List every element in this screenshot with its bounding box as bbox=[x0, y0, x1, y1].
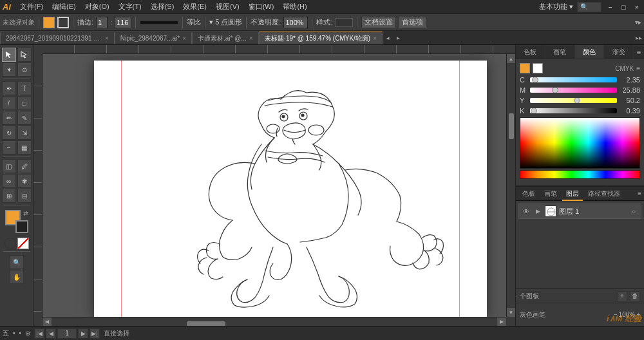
line-tool[interactable]: / bbox=[2, 96, 16, 110]
panel-expand-btn[interactable]: ≡ bbox=[634, 45, 644, 59]
color-spectrum[interactable] bbox=[520, 117, 640, 169]
tab-2[interactable]: Nipic_29842067...ai* × bbox=[115, 32, 192, 44]
color-swap-icon[interactable]: ⇄ bbox=[23, 210, 28, 216]
bg-color-swatch[interactable] bbox=[533, 63, 543, 73]
tab-brushes[interactable]: 画笔 bbox=[545, 45, 575, 59]
fill-swatch[interactable] bbox=[43, 17, 55, 28]
panel-menu-btn[interactable]: ≡ bbox=[636, 65, 640, 72]
m-slider-track[interactable] bbox=[530, 88, 617, 93]
direct-select-tool[interactable] bbox=[17, 48, 32, 62]
rect-tool[interactable]: □ bbox=[17, 96, 32, 110]
scale-tool[interactable]: ⇲ bbox=[17, 126, 32, 140]
zoom-tool[interactable]: 🔍 bbox=[10, 255, 24, 269]
magic-wand-tool[interactable]: ✦ bbox=[2, 62, 16, 77]
tab-3-close[interactable]: × bbox=[249, 35, 253, 42]
scroll-right-btn[interactable]: ▶ bbox=[497, 317, 506, 326]
zoom-minus[interactable]: − bbox=[614, 311, 618, 318]
color-mode-none[interactable] bbox=[17, 238, 29, 249]
canvas-scroll-horizontal[interactable]: ◀ ▶ bbox=[43, 317, 506, 326]
tab-layers[interactable]: 图层 bbox=[562, 187, 583, 201]
k-slider-thumb[interactable] bbox=[531, 108, 537, 113]
workspace-label[interactable]: 基本功能 ▾ bbox=[539, 2, 573, 12]
menu-edit[interactable]: 编辑(E) bbox=[48, 1, 80, 13]
hand-tool[interactable]: ✋ bbox=[10, 270, 24, 284]
tab-1[interactable]: 29842067_201909010221391 1000.ai* × bbox=[0, 32, 115, 44]
layer-visibility-eye[interactable]: 👁 bbox=[522, 207, 531, 216]
tab-palette[interactable]: 色板 bbox=[518, 187, 539, 201]
blend-tool[interactable]: ∞ bbox=[2, 174, 16, 188]
tab-1-close[interactable]: × bbox=[105, 35, 109, 42]
scroll-up-btn[interactable]: ▲ bbox=[507, 54, 516, 63]
select-tool[interactable] bbox=[2, 48, 16, 62]
delete-layer-btn[interactable]: 🗑 bbox=[630, 291, 640, 301]
background-color[interactable] bbox=[15, 220, 28, 233]
tab-4[interactable]: 未标题-19* @ 159.47% (CMYK/轮廓) × bbox=[259, 32, 383, 44]
tab-scroll-right[interactable]: ▸ bbox=[393, 32, 403, 44]
nav-next-btn[interactable]: ▶ bbox=[78, 328, 88, 339]
artboard-tool[interactable]: ⊞ bbox=[2, 189, 16, 203]
stroke-swatch[interactable] bbox=[57, 17, 69, 28]
y-slider-track[interactable] bbox=[530, 98, 617, 103]
menu-object[interactable]: 对象(O) bbox=[81, 1, 113, 13]
tab-color[interactable]: 颜色 bbox=[575, 45, 605, 59]
m-slider-thumb[interactable] bbox=[552, 88, 558, 93]
close-button[interactable]: × bbox=[632, 3, 641, 11]
menu-file[interactable]: 文件(F) bbox=[16, 1, 47, 13]
layer-expand-arrow[interactable]: ▶ bbox=[533, 207, 542, 216]
pencil-tool[interactable]: ✎ bbox=[17, 111, 32, 125]
scroll-thumb-v[interactable] bbox=[509, 113, 514, 139]
nav-prev-btn[interactable]: ◀ bbox=[46, 328, 56, 339]
stroke-input[interactable] bbox=[96, 17, 108, 28]
opacity-input[interactable] bbox=[283, 17, 308, 28]
tab-4-close[interactable]: × bbox=[373, 35, 377, 42]
rotate-tool[interactable]: ↻ bbox=[2, 126, 16, 140]
warp-tool[interactable]: ~ bbox=[2, 140, 16, 155]
minimize-button[interactable]: − bbox=[605, 3, 614, 11]
nav-first-btn[interactable]: |◀ bbox=[34, 328, 44, 339]
tab-gradient[interactable]: 渐变 bbox=[604, 45, 634, 59]
search-field[interactable]: 🔍 bbox=[577, 2, 601, 12]
menu-select[interactable]: 选择(S) bbox=[147, 1, 178, 13]
menu-view[interactable]: 视图(V) bbox=[212, 1, 243, 13]
color-strip[interactable] bbox=[520, 170, 640, 179]
c-slider-track[interactable] bbox=[530, 77, 617, 82]
layer-row-1[interactable]: 👁 ▶ 图层 1 ○ bbox=[518, 203, 641, 219]
paintbrush-tool[interactable]: ✏ bbox=[2, 111, 16, 125]
fg-color-swatch[interactable] bbox=[520, 63, 530, 73]
layers-menu-btn[interactable]: ≡ bbox=[638, 190, 641, 197]
lasso-tool[interactable]: ⊙ bbox=[17, 62, 32, 77]
panel-toggle[interactable]: ▾▸ bbox=[635, 19, 641, 26]
canvas-scroll-vertical[interactable]: ▲ ▼ bbox=[506, 54, 515, 317]
slice-tool[interactable]: ⊟ bbox=[17, 189, 32, 203]
menu-help[interactable]: 帮助(H) bbox=[279, 1, 310, 13]
zoom-control[interactable]: − 100% + bbox=[614, 311, 640, 318]
tab-3[interactable]: 卡通素材.ai* @... × bbox=[192, 32, 259, 44]
canvas-area[interactable]: ▲ ▼ ◀ ▶ bbox=[43, 54, 515, 326]
pen-tool[interactable]: ✒ bbox=[2, 81, 16, 95]
tab-pathfinder[interactable]: 路径查找器 bbox=[584, 187, 624, 201]
color-mode-color[interactable] bbox=[5, 238, 16, 249]
menu-effect[interactable]: 效果(E) bbox=[179, 1, 211, 13]
type-tool[interactable]: T bbox=[17, 81, 32, 95]
tab-2-close[interactable]: × bbox=[182, 35, 186, 42]
symbol-tool[interactable]: ✾ bbox=[17, 174, 32, 188]
c-slider-thumb[interactable] bbox=[532, 77, 538, 82]
nav-last-btn[interactable]: ▶| bbox=[90, 328, 100, 339]
stroke-value2[interactable] bbox=[115, 17, 131, 28]
menu-window[interactable]: 窗口(W) bbox=[245, 1, 278, 13]
scroll-down-btn[interactable]: ▼ bbox=[507, 308, 516, 317]
y-slider-thumb[interactable] bbox=[574, 98, 580, 103]
preference-btn[interactable]: 首选项 bbox=[399, 17, 426, 28]
graph-tool[interactable]: ▦ bbox=[17, 140, 32, 155]
zoom-plus[interactable]: + bbox=[636, 311, 640, 318]
layer-options-btn[interactable]: ○ bbox=[629, 207, 638, 216]
new-layer-btn[interactable]: + bbox=[617, 291, 627, 301]
tab-scroll-left[interactable]: ◂ bbox=[383, 32, 393, 44]
k-slider-track[interactable] bbox=[530, 108, 617, 113]
menu-text[interactable]: 文字(T) bbox=[115, 1, 146, 13]
doc-settings-btn[interactable]: 文档设置 bbox=[361, 17, 396, 28]
scroll-left-btn[interactable]: ◀ bbox=[43, 317, 52, 326]
tab-brushes2[interactable]: 画笔 bbox=[540, 187, 561, 201]
maximize-button[interactable]: □ bbox=[619, 3, 629, 11]
page-input[interactable] bbox=[57, 328, 77, 339]
